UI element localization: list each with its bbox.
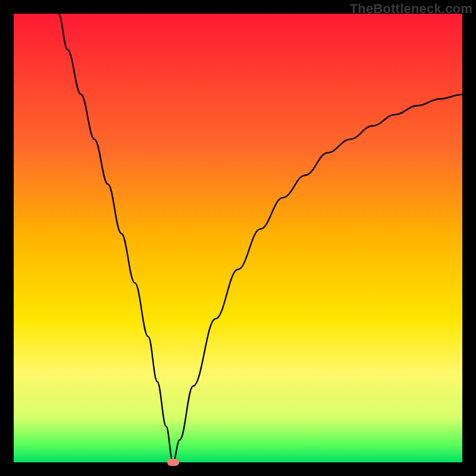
plot-area [14,14,462,462]
minimum-marker [167,459,179,466]
chart-frame: TheBottleneck.com [0,0,476,476]
bottleneck-curve [14,14,462,462]
